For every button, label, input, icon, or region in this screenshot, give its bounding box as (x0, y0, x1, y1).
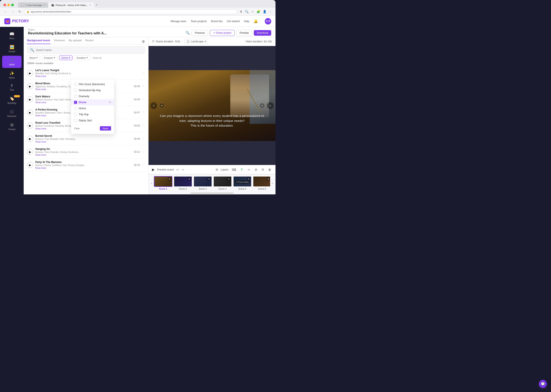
track-play-button-4[interactable]: ▶ (27, 109, 33, 115)
purpose-filter[interactable]: Purpose ▾ (42, 55, 57, 60)
address-bar[interactable]: 🔒 app.pictory.ai/storyboard/articletovid… (24, 9, 237, 14)
genre-item-drone[interactable]: ✓ Drone ✕ (71, 99, 114, 105)
tab-message[interactable]: 💬 1 new message ✕ (18, 2, 48, 8)
profile-icon-btn[interactable]: 👤 (262, 9, 267, 14)
track-heart-1[interactable]: ♡ (142, 71, 145, 75)
track-item[interactable]: ▶ Let's Leave Tonight Beautiful, Cool, D… (25, 67, 147, 80)
track-play-button-5[interactable]: ▶ (27, 123, 33, 129)
sidebar-item-audio[interactable]: 🎵 Audio (2, 56, 21, 68)
video-prev-button[interactable]: ‹ (150, 102, 157, 109)
track-more-6[interactable]: Show more (35, 141, 132, 143)
manage-team-link[interactable]: Manage team (171, 20, 186, 23)
track-play-button-1[interactable]: ▶ (27, 70, 33, 76)
track-heart-6[interactable]: ♡ (142, 137, 145, 140)
add-scene-left-button[interactable]: + (159, 103, 165, 108)
timeline-prev-arrow[interactable]: ‹ (151, 182, 152, 185)
orientation-button[interactable]: ⬜ Landscape ▾ (185, 39, 208, 44)
track-item[interactable]: ▶ Hanging On Anxious / Fear, Dramatic, D… (25, 145, 147, 159)
share-project-button[interactable]: ↗ Share project (210, 30, 235, 36)
audio-settings-icon[interactable]: ⚙ (142, 40, 145, 44)
get-started-link[interactable]: Get started (227, 20, 240, 23)
track-heart-5[interactable]: ♡ (142, 124, 145, 127)
drone-remove-icon[interactable]: ✕ (109, 101, 111, 104)
menu-icon-btn[interactable]: ⋮ (268, 9, 273, 14)
genre-filter[interactable]: Genre ▾ (59, 55, 73, 60)
duration-filter[interactable]: Duration ▾ (74, 55, 90, 60)
track-heart-3[interactable]: ♡ (142, 98, 145, 101)
forward-button[interactable]: → (10, 9, 15, 14)
preview-play-button[interactable]: ▶ (152, 168, 155, 172)
genre-item-dramedy[interactable]: Dramedy (71, 93, 114, 99)
genre-clear-button[interactable]: Clear (74, 127, 80, 130)
scene-thumb-6[interactable]: ⊞ Scene 6 (253, 176, 270, 190)
tab-recent[interactable]: Recent (85, 39, 93, 44)
scene-thumb-1[interactable]: ⊞ Scene 1 (154, 176, 172, 190)
scene-thumb-5[interactable]: ⊞ AI Responsibility Scene 5 (233, 176, 252, 190)
tab-my-uploads[interactable]: My uploads (69, 39, 82, 44)
previous-button[interactable]: Previous (192, 30, 208, 36)
undo-icon[interactable]: ↩ (177, 168, 179, 171)
back-button[interactable]: ← (3, 9, 8, 14)
scene-thumb-4[interactable]: ⊞ Scene 4 (213, 176, 232, 190)
genre-item-film-score[interactable]: Film Score (Electronic) (71, 81, 114, 87)
track-more-1[interactable]: Show more (35, 75, 140, 77)
track-play-button-8[interactable]: ▶ (27, 162, 33, 168)
genre-item-trip-hop[interactable]: Trip Hop (71, 111, 114, 117)
sidebar-item-format[interactable]: ⊞ Format (2, 120, 21, 133)
clear-all-button[interactable]: Clear all (93, 56, 101, 59)
team-projects-link[interactable]: Team projects (191, 20, 207, 23)
redo-icon[interactable]: ↪ (182, 168, 184, 171)
scissors-icon[interactable]: ✂ (247, 167, 251, 172)
add-scene-right-button[interactable]: + (260, 103, 265, 108)
sidebar-item-elements[interactable]: ⬡ Elements (2, 107, 21, 119)
layers-label[interactable]: Layers (221, 168, 228, 171)
reload-button[interactable]: ↻ (17, 9, 22, 14)
genre-item-gypsy-jazz[interactable]: Gypsy Jazz (71, 117, 114, 123)
fullscreen-dot[interactable] (11, 4, 14, 6)
close-dot[interactable] (3, 4, 6, 6)
track-play-button-2[interactable]: ▶ (27, 83, 33, 89)
sidebar-item-visuals[interactable]: 🖼️ Visuals (2, 42, 21, 55)
track-item[interactable]: ▶ Buried Secret Anxious / Fear, Beautifu… (25, 132, 147, 145)
preview-button[interactable]: Preview (236, 30, 252, 36)
extensions-icon-btn[interactable]: 🧩 (256, 9, 261, 14)
sidebar-item-story[interactable]: 📖 Story (2, 29, 21, 42)
track-play-button-7[interactable]: ▶ (27, 149, 33, 155)
tab-background-music[interactable]: Background music (27, 39, 50, 44)
search-input[interactable] (36, 49, 142, 52)
download-icon-btn[interactable]: ⬇ (239, 9, 243, 14)
track-more-7[interactable]: Show more (35, 154, 132, 156)
copy-icon[interactable]: ⧉ (261, 167, 265, 172)
settings-icon[interactable]: ⚙ (254, 167, 258, 172)
scene-thumb-3[interactable]: ⊞ Scene 3 (193, 176, 212, 190)
sidebar-item-text[interactable]: T Text (2, 82, 21, 93)
search-box[interactable]: 🔍 (27, 46, 145, 54)
tab-pictory-close[interactable]: ✕ (89, 4, 91, 6)
genre-item-horror[interactable]: Horror (71, 105, 114, 111)
track-heart-4[interactable]: ♡ (142, 111, 145, 114)
track-heart-2[interactable]: ♡ (142, 84, 145, 88)
scrollbar-thumb[interactable] (191, 193, 234, 194)
help-link[interactable]: Help (244, 20, 249, 23)
add-tab-button[interactable]: + (94, 2, 100, 8)
download-button[interactable]: Download (254, 30, 271, 36)
search-icon[interactable]: 🔍 (186, 31, 190, 35)
tab-message-close[interactable]: ✕ (43, 4, 45, 6)
tab-pictory[interactable]: 🎬 Pictory.AI - Home of AI Video... ✕ (48, 2, 94, 8)
minimize-dot[interactable] (7, 4, 10, 6)
search-icon-btn[interactable]: 🔍 (244, 9, 250, 14)
notification-icon[interactable]: 🔔 (254, 19, 258, 23)
sidebar-item-branding[interactable]: 🏷️ Branding NEW (2, 94, 21, 106)
brand-kits-link[interactable]: Brand kits (211, 20, 222, 23)
track-more-8[interactable]: Show more (35, 167, 132, 169)
track-play-button-3[interactable]: ▶ (27, 96, 33, 102)
track-heart-7[interactable]: ♡ (142, 150, 145, 154)
video-next-button[interactable]: › (267, 102, 274, 109)
timeline-next-arrow[interactable]: › (272, 182, 273, 185)
microphone-icon[interactable]: 🎙 (240, 167, 244, 172)
genre-apply-button[interactable]: Apply (100, 126, 111, 131)
trash-icon[interactable]: 🗑 (267, 167, 272, 172)
scene-thumb-2[interactable]: ⊞ Scene 2 (174, 176, 192, 190)
sidebar-item-styles[interactable]: ✨ Styles (2, 69, 21, 81)
mood-filter[interactable]: Mood ▾ (27, 55, 40, 60)
